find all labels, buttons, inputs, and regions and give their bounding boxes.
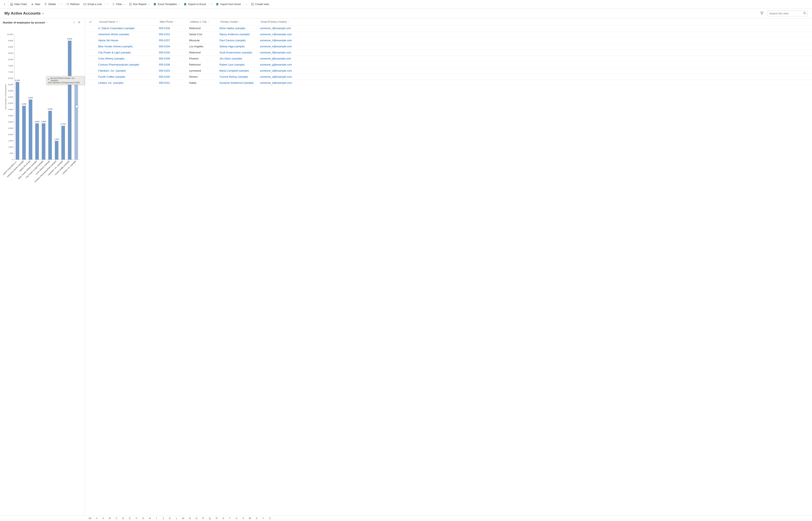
chart-title-dropdown[interactable]: Number of employees by account xyxy=(3,21,48,24)
refresh-button[interactable]: Refresh xyxy=(64,0,82,8)
letter-filter[interactable]: A xyxy=(100,517,106,520)
flow-button[interactable]: Flow xyxy=(110,0,127,8)
delete-button[interactable]: Delete xyxy=(42,0,58,8)
chart-bar[interactable] xyxy=(16,82,19,160)
cell-contact[interactable]: Nancy Anderson (sample) xyxy=(217,33,258,36)
chart-bar[interactable] xyxy=(68,41,72,160)
cell-email[interactable]: someone_d@example.com xyxy=(258,69,812,72)
cell-contact[interactable]: Scott Konersmann (sample) xyxy=(217,51,258,54)
cell-account-name[interactable]: Contoso Pharmaceuticals (sample) xyxy=(96,63,157,66)
letter-filter[interactable]: D xyxy=(120,517,126,520)
cell-phone[interactable]: 555-0157 xyxy=(157,39,187,42)
excel-templates-button[interactable]: x Excel Templates xyxy=(152,0,182,8)
cell-phone[interactable]: 555-0151 xyxy=(157,81,187,84)
table-row[interactable]: Litware, Inc. (sample)555-0151DallasSusa… xyxy=(85,80,812,86)
letter-filter[interactable]: All xyxy=(87,517,93,520)
cell-account-name[interactable]: A. Datum Corporation (sample) xyxy=(96,27,157,30)
letter-filter[interactable]: M xyxy=(180,517,187,520)
chart-bar[interactable] xyxy=(42,123,46,160)
cell-contact[interactable]: Sidney Higa (sample) xyxy=(217,45,258,48)
cell-account-name[interactable]: Adventure Works (sample) xyxy=(96,33,157,36)
back-button[interactable] xyxy=(1,0,8,8)
email-link-dropdown[interactable] xyxy=(105,0,110,8)
letter-filter[interactable]: J xyxy=(160,517,167,520)
select-all-column[interactable] xyxy=(85,20,96,23)
cell-phone[interactable]: 555-0159 xyxy=(157,57,187,60)
letter-filter[interactable]: L xyxy=(173,517,180,520)
table-row[interactable]: Coho Winery (sample)555-0159PhoenixJim G… xyxy=(85,55,812,62)
cell-email[interactable]: someone_j@example.com xyxy=(258,57,812,60)
search-button[interactable] xyxy=(802,11,807,16)
chart-bar[interactable] xyxy=(55,141,58,160)
cell-phone[interactable]: 555-0154 xyxy=(157,45,187,48)
chart-bar[interactable] xyxy=(29,99,32,160)
export-excel-dropdown[interactable] xyxy=(209,0,214,8)
cell-email[interactable]: someone_b@example.com xyxy=(258,81,812,84)
column-main-phone[interactable]: Main Phone xyxy=(157,20,187,24)
letter-filter[interactable]: F xyxy=(133,517,140,520)
letter-filter[interactable]: Z xyxy=(267,517,273,520)
email-link-button[interactable]: Email a Link xyxy=(81,0,104,8)
cell-account-name[interactable]: Coho Winery (sample) xyxy=(96,57,157,60)
letter-filter[interactable]: T xyxy=(226,517,233,520)
run-report-button[interactable]: Run Report xyxy=(127,0,152,8)
table-row[interactable]: Fabrikam, Inc. (sample)555-0153LynnwoodM… xyxy=(85,68,812,74)
cell-account-name[interactable]: Litware, Inc. (sample) xyxy=(96,81,157,84)
letter-filter[interactable]: H xyxy=(146,517,153,520)
cell-account-name[interactable]: Blue Yonder Airlines (sample) xyxy=(96,45,157,48)
cell-phone[interactable]: 555-0156 xyxy=(157,63,187,66)
cell-account-name[interactable]: Fourth Coffee (sample) xyxy=(96,75,157,78)
cell-contact[interactable]: Robert Lyon (sample) xyxy=(217,63,258,66)
view-title-dropdown[interactable]: My Active Accounts xyxy=(4,11,44,16)
letter-filter[interactable]: B xyxy=(106,517,113,520)
cell-email[interactable]: someone_h@example.com xyxy=(258,39,812,42)
cell-email[interactable]: someone_e@example.com xyxy=(258,45,812,48)
delete-dropdown[interactable] xyxy=(59,0,64,8)
letter-filter[interactable]: X xyxy=(253,517,260,520)
cell-contact[interactable]: Maria Campbell (sample) xyxy=(217,69,258,72)
export-excel-button[interactable]: x Export to Excel xyxy=(182,0,208,8)
cell-account-name[interactable]: Fabrikam, Inc. (sample) xyxy=(96,69,157,72)
letter-filter[interactable]: Q xyxy=(207,517,213,520)
letter-filter[interactable]: P xyxy=(200,517,207,520)
letter-filter[interactable]: # xyxy=(93,517,100,520)
letter-filter[interactable]: G xyxy=(140,517,146,520)
letter-filter[interactable]: K xyxy=(167,517,173,520)
cell-email[interactable]: someone_i@example.com xyxy=(258,27,812,30)
letter-filter[interactable]: W xyxy=(246,517,253,520)
create-view-button[interactable]: Create view xyxy=(249,0,271,8)
cell-phone[interactable]: 555-0150 xyxy=(157,75,187,78)
table-row[interactable]: Adventure Works (sample)555-0152Santa Cr… xyxy=(85,31,812,38)
chart-bar[interactable] xyxy=(48,111,52,160)
cell-phone[interactable]: 555-0155 xyxy=(157,51,187,54)
cell-phone[interactable]: 555-0153 xyxy=(157,69,187,72)
letter-filter[interactable]: N xyxy=(187,517,193,520)
import-excel-button[interactable]: x Import from Excel xyxy=(214,0,243,8)
cell-contact[interactable]: Yvonne McKay (sample) xyxy=(217,75,258,78)
cell-email[interactable]: someone_g@example.com xyxy=(258,63,812,66)
letter-filter[interactable]: I xyxy=(153,517,160,520)
letter-filter[interactable]: S xyxy=(220,517,226,520)
column-primary-contact[interactable]: Primary Contact xyxy=(217,20,258,24)
cell-contact[interactable]: Rene Valdes (sample) xyxy=(217,27,258,30)
cell-email[interactable]: someone_a@example.com xyxy=(258,75,812,78)
letter-filter[interactable]: U xyxy=(233,517,240,520)
cell-account-name[interactable]: City Power & Light (sample) xyxy=(96,51,157,54)
chart-more-button[interactable] xyxy=(71,20,77,25)
letter-filter[interactable]: R xyxy=(213,517,220,520)
cell-account-name[interactable]: Alpine Ski House xyxy=(96,39,157,42)
column-city[interactable]: Address 1: City xyxy=(187,20,217,24)
letter-filter[interactable]: E xyxy=(126,517,133,520)
import-excel-dropdown[interactable] xyxy=(244,0,249,8)
filter-button[interactable] xyxy=(759,10,765,17)
chart-bar[interactable] xyxy=(74,85,78,160)
letter-filter[interactable]: V xyxy=(240,517,246,520)
chart-bar[interactable] xyxy=(62,126,65,160)
cell-phone[interactable]: 555-0152 xyxy=(157,33,187,36)
table-row[interactable]: A. Datum Corporation (sample)555-0158Red… xyxy=(85,25,812,31)
chart-bar[interactable] xyxy=(22,106,26,160)
new-button[interactable]: New xyxy=(29,0,42,8)
table-row[interactable]: City Power & Light (sample)555-0155Redmo… xyxy=(85,49,812,55)
table-row[interactable]: Blue Yonder Airlines (sample)555-0154Los… xyxy=(85,44,812,49)
cell-phone[interactable]: 555-0158 xyxy=(157,27,187,30)
